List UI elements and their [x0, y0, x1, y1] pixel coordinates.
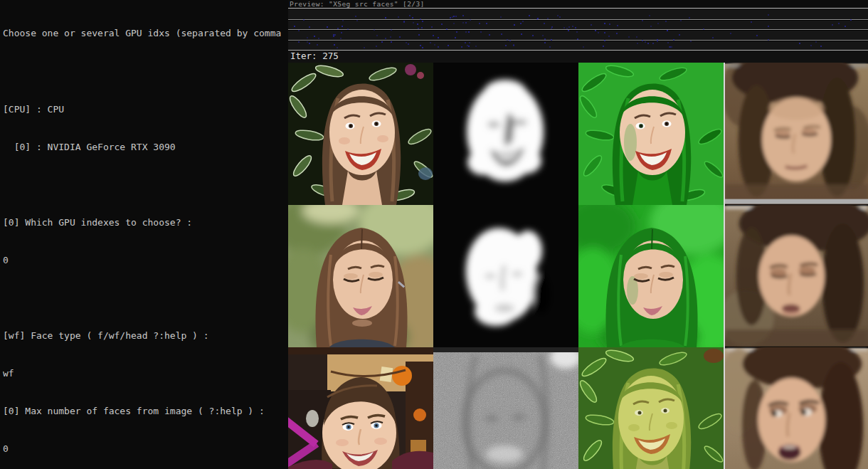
loss-point — [529, 15, 530, 16]
gray-noise-texture — [433, 347, 578, 469]
loss-point — [342, 20, 344, 21]
loss-point — [417, 23, 418, 25]
face-mask-image — [433, 63, 578, 205]
loss-point — [334, 34, 336, 36]
loss-point — [679, 34, 680, 36]
cell-r3c1-source-photo — [288, 347, 433, 469]
loss-point — [628, 36, 630, 38]
loss-point — [298, 41, 300, 43]
console-window[interactable]: Choose one or several GPU idxs (separate… — [0, 0, 288, 469]
loss-point — [333, 36, 334, 37]
loss-point — [446, 28, 448, 30]
cell-r1c2-predicted-mask — [433, 63, 578, 205]
loss-point — [636, 36, 637, 38]
loss-point — [667, 42, 669, 43]
cell-r1c1-source-photo — [288, 63, 433, 205]
loss-point — [756, 35, 758, 36]
terminal-line: [0] Max number of faces from image ( ?:h… — [3, 405, 288, 418]
loss-point — [441, 23, 443, 25]
loss-graph — [288, 9, 868, 51]
loss-point — [438, 37, 439, 38]
separator-strip — [725, 199, 868, 204]
loss-point — [465, 22, 467, 23]
loss-point — [507, 39, 508, 41]
loss-point — [364, 47, 365, 48]
loss-point — [514, 24, 515, 26]
loss-point — [559, 16, 561, 18]
loss-point — [532, 35, 534, 36]
loss-point — [598, 32, 599, 33]
iteration-counter: Iter: 275 — [288, 51, 868, 63]
loss-point — [340, 38, 342, 39]
selfie-shop-photo — [288, 347, 433, 469]
loss-point — [390, 36, 391, 38]
loss-point — [520, 23, 522, 24]
green-tinted-face-image — [578, 347, 724, 469]
loss-point — [408, 43, 409, 45]
cell-r2c4-prediction — [724, 205, 868, 347]
loss-point — [470, 19, 471, 21]
loss-point — [603, 46, 604, 47]
loss-point — [501, 33, 502, 35]
loss-point — [604, 32, 605, 33]
loss-point — [608, 36, 610, 37]
loss-point — [768, 26, 769, 27]
terminal-line: [0] Which GPU indexes to choose? : — [3, 216, 288, 229]
loss-point — [820, 46, 822, 47]
loss-point — [465, 42, 466, 43]
loss-point — [652, 43, 654, 44]
loss-point — [314, 36, 315, 37]
loss-point — [645, 41, 646, 43]
loss-point — [642, 40, 643, 41]
loss-point — [604, 40, 605, 41]
loss-point — [347, 28, 349, 30]
loss-point — [433, 35, 434, 36]
loss-point — [500, 16, 502, 18]
loss-point — [294, 26, 295, 27]
cell-r3c2-noise-map — [433, 347, 578, 469]
loss-point — [422, 47, 423, 48]
ghost-figure — [306, 410, 319, 427]
loss-point — [337, 47, 338, 48]
loss-point — [413, 22, 414, 23]
blurry-prediction-image — [725, 205, 868, 347]
loss-point — [542, 35, 544, 36]
xseg-preview-window[interactable]: Preview: "XSeg src faces" [2/3] Iter: 27… — [288, 0, 868, 469]
loss-point — [317, 44, 318, 46]
loss-point — [690, 41, 692, 42]
loss-point — [730, 33, 731, 34]
loss-point — [421, 27, 423, 28]
loss-point — [430, 42, 431, 43]
loss-point — [399, 36, 401, 38]
loss-point — [604, 23, 605, 24]
loss-point — [462, 22, 464, 23]
cell-r1c4-prediction — [724, 63, 868, 205]
mouth — [782, 304, 800, 312]
loss-point — [355, 16, 356, 17]
loss-point — [465, 31, 467, 33]
loss-point — [418, 34, 420, 36]
loss-point — [680, 20, 682, 21]
loss-point — [455, 16, 457, 17]
loss-point — [557, 15, 559, 16]
cell-r2c2-predicted-mask — [433, 205, 578, 347]
loss-point — [489, 34, 490, 36]
purple-flower — [405, 64, 416, 75]
loss-point — [309, 43, 310, 44]
loss-point — [617, 25, 618, 26]
loss-point — [385, 17, 386, 19]
loss-point — [595, 30, 596, 31]
loss-point — [455, 37, 456, 38]
loss-point — [307, 41, 308, 43]
terminal-line — [3, 292, 288, 305]
loss-point — [468, 31, 470, 33]
loss-point — [572, 26, 573, 27]
loss-point — [448, 45, 449, 46]
loss-point — [768, 39, 769, 41]
loss-point — [799, 43, 800, 44]
preview-title: Preview: "XSeg src faces" [2/3] — [288, 0, 868, 9]
loss-point — [657, 41, 658, 42]
cell-r2c3-green-overlay — [578, 205, 724, 347]
loss-point — [475, 46, 477, 47]
loss-point — [609, 23, 610, 25]
